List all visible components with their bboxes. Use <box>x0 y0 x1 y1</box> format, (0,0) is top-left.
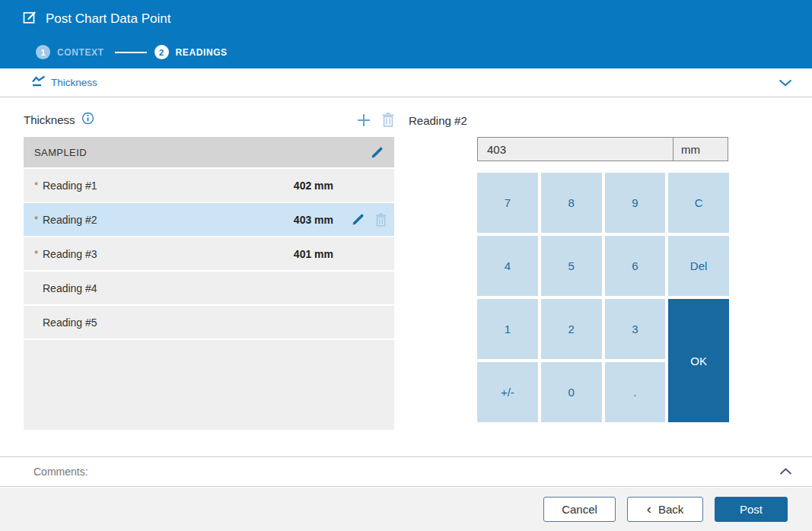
run-chart-icon <box>32 75 46 91</box>
keypad-5[interactable]: 5 <box>541 236 602 296</box>
keypad-ok-button[interactable]: OK <box>668 299 729 422</box>
cancel-button[interactable]: Cancel <box>543 497 616 522</box>
page-title: Post Chart Data Point <box>46 11 170 27</box>
info-icon[interactable] <box>81 112 94 128</box>
keypad-4[interactable]: 4 <box>477 236 538 296</box>
table-row-reading-1[interactable]: * Reading #1 402 mm <box>24 169 394 203</box>
post-label: Post <box>740 503 763 516</box>
reading-value: 403 mm <box>294 214 333 226</box>
pencil-icon <box>352 213 365 226</box>
panel-actions <box>356 113 394 128</box>
back-label: Back <box>658 503 683 516</box>
keypad-clear[interactable]: C <box>668 173 729 233</box>
required-marker: * <box>34 180 43 191</box>
edit-reading-button[interactable] <box>352 213 365 226</box>
keypad-6[interactable]: 6 <box>605 236 666 296</box>
section-title: Thickness <box>51 77 97 88</box>
step-label: CONTEXT <box>57 47 104 58</box>
keypad-del[interactable]: Del <box>668 236 729 296</box>
keypad-3[interactable]: 3 <box>605 299 666 359</box>
comments-label: Comments: <box>33 466 88 478</box>
table-row-reading-5[interactable]: Reading #5 <box>24 306 394 340</box>
edit-sample-id-button[interactable] <box>371 146 384 159</box>
required-marker: * <box>34 248 43 259</box>
reading-label: Reading #2 <box>43 214 294 226</box>
keypad-7[interactable]: 7 <box>477 173 538 233</box>
wizard-stepper: 1 CONTEXT 2 READINGS <box>36 45 228 59</box>
chevron-down-icon[interactable] <box>779 79 792 87</box>
step-context[interactable]: 1 CONTEXT <box>36 45 104 59</box>
table-row-reading-2[interactable]: * Reading #2 403 mm <box>24 203 394 237</box>
table-row-reading-3[interactable]: * Reading #3 401 mm <box>24 237 394 272</box>
keypad-0[interactable]: 0 <box>541 362 602 422</box>
comments-bar[interactable]: Comments: <box>0 456 812 487</box>
table-row-reading-4[interactable]: Reading #4 <box>24 272 394 306</box>
step-number-badge: 1 <box>36 45 50 59</box>
readings-panel-header: Thickness <box>24 112 394 128</box>
table-header-row: SAMPLEID <box>24 137 394 169</box>
keypad-9[interactable]: 9 <box>605 173 666 233</box>
delete-reading-value-button[interactable] <box>375 213 387 227</box>
keypad-1[interactable]: 1 <box>477 299 538 359</box>
keypad-decimal[interactable]: . <box>605 362 666 422</box>
chevron-up-icon[interactable] <box>779 468 792 475</box>
reading-label: Reading #5 <box>43 316 333 329</box>
trash-icon <box>375 213 387 227</box>
reading-value: 401 mm <box>294 248 333 260</box>
add-reading-button[interactable] <box>356 113 371 128</box>
sample-id-header: SAMPLEID <box>34 147 87 158</box>
panel-title: Thickness <box>24 113 75 126</box>
cancel-label: Cancel <box>562 503 597 516</box>
unit-label: mm <box>673 138 728 161</box>
post-chart-data-point-dialog: Post Chart Data Point 1 CONTEXT 2 READIN… <box>0 0 812 531</box>
keypad-8[interactable]: 8 <box>541 173 602 233</box>
reading-value-input-group: mm <box>477 137 728 161</box>
chevron-left-icon: ‹ <box>647 501 651 516</box>
reading-label: Reading #1 <box>43 180 294 192</box>
thickness-section-bar[interactable]: Thickness <box>0 68 812 97</box>
reading-label: Reading #4 <box>43 282 333 294</box>
step-readings[interactable]: 2 READINGS <box>154 45 228 59</box>
plus-icon <box>356 113 371 128</box>
pencil-icon <box>371 146 384 159</box>
reading-label: Reading #3 <box>43 248 294 260</box>
stepper-connector <box>115 52 147 53</box>
keypad-plus-minus[interactable]: +/- <box>477 362 538 422</box>
edit-icon <box>23 10 37 27</box>
step-label: READINGS <box>176 47 228 58</box>
required-marker: * <box>34 214 43 225</box>
title-row: Post Chart Data Point <box>23 10 170 27</box>
readings-table: SAMPLEID * Reading #1 402 mm * Reading #… <box>24 137 394 430</box>
step-number-badge: 2 <box>154 45 169 59</box>
back-button[interactable]: ‹ Back <box>627 497 703 522</box>
dialog-header: Post Chart Data Point 1 CONTEXT 2 READIN… <box>0 0 812 68</box>
editor-title: Reading #2 <box>409 114 467 127</box>
dialog-footer: Cancel ‹ Back Post <box>0 488 812 531</box>
delete-reading-button[interactable] <box>382 113 394 127</box>
numeric-keypad: 7 8 9 C 4 5 6 Del 1 2 3 OK +/- 0 . <box>477 173 729 422</box>
reading-value: 402 mm <box>294 180 333 192</box>
keypad-2[interactable]: 2 <box>541 299 602 359</box>
reading-value-input[interactable] <box>478 138 673 161</box>
trash-icon <box>382 113 394 127</box>
post-button[interactable]: Post <box>715 497 788 522</box>
